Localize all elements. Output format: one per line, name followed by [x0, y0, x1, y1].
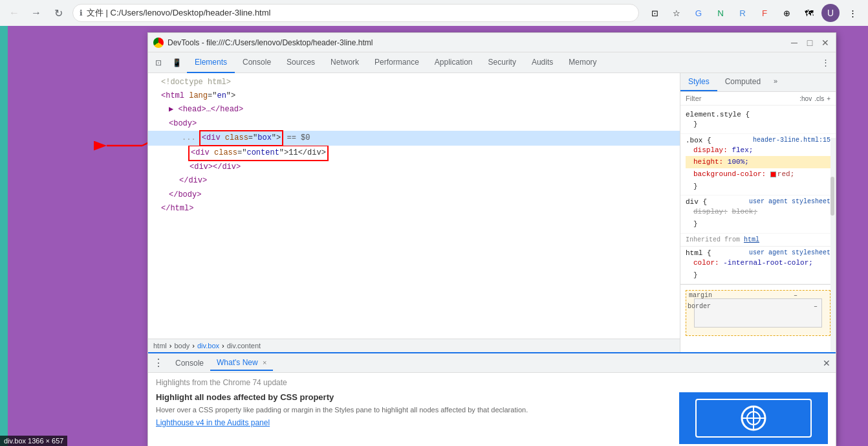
ext2-button[interactable]: N — [711, 4, 730, 22]
ext1-button[interactable]: G — [689, 4, 708, 22]
styles-scrollbar[interactable] — [830, 138, 836, 352]
tab-security[interactable]: Security — [481, 52, 524, 73]
reload-button[interactable]: ↻ — [50, 5, 66, 21]
breadcrumb-divbox[interactable]: div.box — [197, 342, 219, 350]
maximize-button[interactable]: □ — [805, 38, 815, 48]
plus-label[interactable]: + — [827, 95, 830, 102]
whatsnew-close[interactable]: × — [263, 359, 266, 366]
tab-audits[interactable]: Audits — [524, 52, 561, 73]
dom-line-head[interactable]: ▶ <head>…</head> — [148, 103, 680, 117]
body-close-tag: </body> — [169, 190, 201, 199]
dots: ... — [182, 133, 196, 142]
ext6-button[interactable]: 🗺 — [799, 4, 818, 22]
bookmark-button[interactable]: ☆ — [667, 4, 686, 22]
dom-line-divcontent[interactable]: <div class="content">11</div> — [148, 146, 680, 161]
prop-display-block[interactable]: display: block; — [686, 206, 830, 218]
inherited-from-html[interactable]: html — [744, 236, 759, 243]
tab-performance[interactable]: Performance — [367, 52, 427, 73]
selector-div: div { user agent stylesheet — [686, 198, 830, 206]
tab-styles[interactable]: Styles — [680, 73, 717, 91]
prop-box-close: } — [686, 181, 830, 193]
dom-line-doctype[interactable]: <!doctype html> — [148, 76, 680, 89]
dom-line-divempty[interactable]: <div></div> — [148, 161, 680, 174]
devtools-title-text: DevTools - file:///C:/Users/lenovo/Deskt… — [168, 38, 373, 47]
dom-line-html[interactable]: <html lang="en"> — [148, 89, 680, 103]
tab-elements[interactable]: Elements — [187, 52, 235, 73]
cast-button[interactable]: ⊡ — [646, 4, 664, 22]
breadcrumb-html[interactable]: html — [153, 342, 167, 350]
border-dash: – — [814, 303, 818, 310]
div-close-tag: </div> — [179, 176, 207, 185]
back-button[interactable]: ← — [6, 5, 22, 21]
divbox-label: div.box 1366 × 657 — [0, 436, 67, 446]
div-source-link[interactable]: user agent stylesheet — [749, 198, 830, 205]
breadcrumb-divcontent[interactable]: div.content — [227, 342, 261, 350]
ext3-button[interactable]: R — [733, 4, 752, 22]
whats-new-card: Highlight all nodes affected by CSS prop… — [156, 392, 828, 444]
box-source-link[interactable]: header-3line.html:15 — [753, 137, 830, 144]
devtools-titlebar: DevTools - file:///C:/Users/lenovo/Deskt… — [148, 33, 836, 52]
toolbar-icons: ⊡ ☆ G N R F ⊕ 🗺 U ⋮ — [646, 4, 862, 22]
dom-line-divclose[interactable]: </div> — [148, 174, 680, 188]
html-source-link[interactable]: user agent stylesheet — [749, 249, 830, 256]
ext4-button[interactable]: F — [755, 4, 774, 22]
dom-line-bodyclose[interactable]: </body> — [148, 188, 680, 202]
bottom-panel-close[interactable]: ✕ — [823, 358, 830, 368]
box-model-section: margin – border – — [680, 284, 836, 341]
style-rule-box: .box { header-3line.html:15 display: fle… — [680, 134, 836, 196]
dom-line-htmlclose[interactable]: </html> — [148, 202, 680, 216]
highlights-label: Highlights from the Chrome 74 update — [156, 378, 828, 387]
styles-more-icon[interactable]: » — [768, 73, 783, 91]
tab-sources[interactable]: Sources — [279, 52, 323, 73]
devtools-tabs: ⊡ 📱 Elements Console Sources Network Per… — [148, 52, 836, 73]
hov-label[interactable]: :hov — [799, 95, 812, 102]
address-bar[interactable]: ℹ 文件 | C:/Users/lenovo/Desktop/header-3l… — [72, 4, 639, 22]
doctype-text: <!doctype html> — [161, 78, 231, 87]
tab-console[interactable]: Console — [235, 52, 279, 73]
minimize-button[interactable]: ─ — [789, 38, 799, 48]
tab-application[interactable]: Application — [427, 52, 481, 73]
prop-display[interactable]: display: flex; — [686, 144, 830, 157]
forward-button[interactable]: → — [28, 5, 44, 21]
menu-button[interactable]: ⋮ — [843, 4, 862, 22]
prop-div-close: } — [686, 218, 830, 230]
whats-new-image — [679, 392, 828, 444]
cls-label[interactable]: .cls — [814, 95, 824, 102]
tab-console-bottom[interactable]: Console — [169, 356, 210, 370]
tab-computed[interactable]: Computed — [717, 73, 768, 91]
dom-content[interactable]: <!doctype html> <html lang="en"> ▶ <head… — [148, 73, 680, 339]
device-icon[interactable]: 📱 — [169, 55, 184, 71]
inspect-icon[interactable]: ⊡ — [151, 55, 166, 71]
breadcrumb-body[interactable]: body — [174, 342, 190, 350]
teal-sidebar — [0, 26, 8, 446]
close-button[interactable]: ✕ — [820, 38, 830, 48]
style-close: } — [686, 118, 830, 131]
tab-memory[interactable]: Memory — [561, 52, 604, 73]
tab-network[interactable]: Network — [323, 52, 367, 73]
prop-color[interactable]: color: -internal-root-color; — [686, 257, 830, 269]
whats-new-more-link[interactable]: Lighthouse v4 in the Audits panel — [156, 418, 528, 427]
ext5-button[interactable]: ⊕ — [777, 4, 796, 22]
tab-whatsnew[interactable]: What's New × — [210, 355, 273, 371]
red-color-swatch — [770, 172, 776, 177]
html-close-tag: </html> — [161, 204, 193, 213]
inherited-label: Inherited from html — [680, 234, 836, 247]
prop-height[interactable]: height: 100%; — [686, 156, 830, 168]
div-empty-tag: <div></div> — [190, 162, 241, 172]
dom-breadcrumb: html › body › div.box › div.content — [148, 339, 680, 352]
dom-line-body[interactable]: <body> — [148, 117, 680, 131]
selector-element: element.style { — [686, 111, 830, 118]
border-label: border — [688, 303, 711, 310]
margin-dash: – — [794, 292, 797, 299]
dollar-zero: == $0 — [287, 133, 310, 142]
bottom-tab-menu-icon[interactable]: ⋮ — [153, 357, 164, 369]
profile-icon[interactable]: U — [821, 4, 840, 22]
prop-background-color[interactable]: background-color: red; — [686, 168, 830, 181]
more-tabs-icon[interactable]: ⋮ — [818, 55, 833, 71]
styles-filter-input[interactable] — [686, 95, 797, 102]
dom-line-divbox[interactable]: ... <div class="box"> == $0 — [148, 131, 680, 146]
bottom-panel: ⋮ Console What's New × ✕ Highlights from… — [148, 352, 836, 446]
devtools-main: <!doctype html> <html lang="en"> ▶ <head… — [148, 73, 836, 352]
head-tag: ▶ <head>…</head> — [169, 105, 243, 114]
box-model-content — [699, 310, 818, 323]
